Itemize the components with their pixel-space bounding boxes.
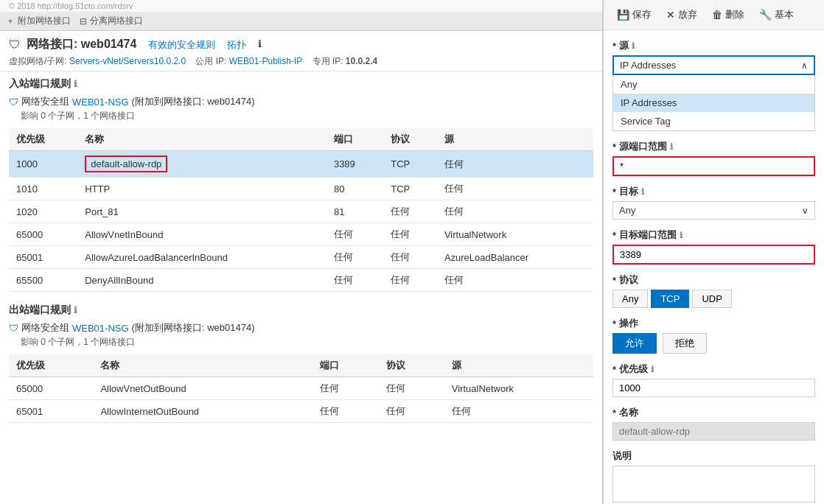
- table-row[interactable]: 1000default-allow-rdp3389TCP任何: [9, 151, 593, 178]
- copyright-bar: © 2018 http://blog.51cto.com/rdsrv: [0, 0, 602, 12]
- table-cell: 任何: [327, 269, 383, 292]
- private-ip-label: 专用 IP:: [313, 56, 343, 66]
- source-option-ip[interactable]: IP Addresses: [613, 94, 814, 112]
- dest-port-info-icon[interactable]: ℹ: [680, 231, 682, 240]
- add-network-interface-btn[interactable]: ＋ 附加网络接口: [6, 15, 71, 27]
- table-cell: 任何: [437, 269, 593, 292]
- inbound-info-icon[interactable]: ℹ: [74, 79, 77, 89]
- destination-label: * 目标 ℹ: [612, 185, 815, 198]
- outbound-nsg-note: 影响 0 个子网，1 个网络接口: [9, 336, 593, 349]
- table-cell: AllowVnetOutBound: [93, 377, 313, 400]
- source-option-any[interactable]: Any: [613, 75, 814, 94]
- out-col-port: 端口: [313, 354, 378, 377]
- outbound-nsg-suffix: (附加到网络接口: web01474): [132, 321, 255, 335]
- source-dropdown-selected[interactable]: IP Addresses: [612, 55, 815, 75]
- page-title-row: 🛡 网络接口: web01474 有效的安全规则 拓扑 ℹ: [9, 37, 593, 52]
- table-cell: 65001: [9, 400, 93, 423]
- inbound-section: 入站端口规则 ℹ 🛡 网络安全组 WEB01-NSG (附加到网络接口: web…: [0, 71, 602, 298]
- table-row[interactable]: 65000AllowVnetInBound任何任何VirtualNetwork: [9, 223, 593, 246]
- name-input[interactable]: [612, 422, 815, 441]
- shield-icon: 🛡: [9, 38, 21, 52]
- delete-button[interactable]: 🗑 删除: [708, 6, 749, 24]
- table-cell: 任何: [313, 377, 378, 400]
- discard-button[interactable]: ✕ 放弃: [662, 6, 702, 24]
- nsg-link[interactable]: WEB01-NSG: [72, 97, 129, 108]
- description-textarea[interactable]: [612, 466, 815, 503]
- public-ip-link[interactable]: WEB01-Publish-IP: [229, 56, 302, 66]
- dest-port-label-text: 目标端口范围: [619, 228, 677, 242]
- table-cell: 65500: [9, 269, 77, 292]
- outbound-table: 优先级 名称 端口 协议 源 65000AllowVnetOutBound任何任…: [9, 354, 593, 423]
- table-cell: 任何: [383, 200, 437, 223]
- outbound-info-icon[interactable]: ℹ: [74, 305, 77, 315]
- source-option-tag[interactable]: Service Tag: [613, 112, 814, 130]
- protocol-required: *: [612, 275, 616, 286]
- discard-label: 放弃: [678, 8, 697, 21]
- action-deny-btn[interactable]: 拒绝: [663, 333, 707, 354]
- delete-label: 删除: [725, 8, 744, 21]
- table-row[interactable]: 65500DenyAllInBound任何任何任何: [9, 269, 593, 292]
- dest-port-group: * 目标端口范围 ℹ: [612, 228, 815, 265]
- topology-link[interactable]: 拓扑: [227, 38, 246, 52]
- table-cell: VirtualNetwork: [444, 377, 593, 400]
- nsg-note-text: 影响 0 个子网，1 个网络接口: [21, 111, 135, 121]
- source-port-info-icon[interactable]: ℹ: [670, 142, 673, 152]
- dest-info-icon[interactable]: ℹ: [641, 187, 644, 197]
- protocol-udp-btn[interactable]: UDP: [692, 290, 731, 308]
- priority-info-icon[interactable]: ℹ: [651, 365, 654, 374]
- destination-dropdown[interactable]: Any: [612, 201, 815, 220]
- name-label-text: 名称: [619, 406, 638, 419]
- protocol-tcp-btn[interactable]: TCP: [651, 290, 689, 308]
- table-row[interactable]: 1020Port_8181任何任何: [9, 200, 593, 223]
- basic-button[interactable]: 🔧 基本: [755, 6, 798, 24]
- dest-port-input[interactable]: [612, 245, 815, 265]
- source-info-icon[interactable]: ℹ: [632, 41, 635, 51]
- source-port-label-text: 源端口范围: [619, 140, 667, 153]
- detach-network-btn-label: 分离网络接口: [90, 15, 143, 27]
- table-row[interactable]: 65000AllowVnetOutBound任何任何VirtualNetwork: [9, 377, 593, 400]
- action-label-text: 操作: [619, 317, 638, 330]
- table-cell: HTTP: [77, 178, 327, 200]
- page-title-links: 有效的安全规则 拓扑 ℹ: [148, 38, 262, 52]
- source-port-input[interactable]: [612, 156, 815, 176]
- right-form: * 源 ℹ IP Addresses Any IP Addresses Serv…: [604, 30, 824, 504]
- source-dropdown[interactable]: IP Addresses Any IP Addresses Service Ta…: [612, 55, 815, 131]
- table-cell: 任何: [327, 246, 383, 269]
- effective-security-rules-link[interactable]: 有效的安全规则: [148, 38, 215, 52]
- protocol-buttons: Any TCP UDP: [612, 290, 815, 308]
- dest-dropdown-value: Any: [619, 205, 635, 216]
- nsg-note: 影响 0 个子网，1 个网络接口: [9, 110, 593, 122]
- table-cell: 任何: [327, 223, 383, 246]
- priority-input[interactable]: [612, 379, 815, 397]
- col-port: 端口: [327, 128, 383, 151]
- subnet-link[interactable]: Servers-vNet/Servers10.0.2.0: [69, 56, 186, 66]
- protocol-any-btn[interactable]: Any: [612, 290, 648, 308]
- table-row[interactable]: 65001AllowInternetOutBound任何任何任何: [9, 400, 593, 423]
- col-protocol: 协议: [383, 128, 437, 151]
- save-button[interactable]: 💾 保存: [612, 6, 656, 24]
- nsg-label: 网络安全组: [21, 95, 69, 108]
- col-priority: 优先级: [9, 128, 77, 151]
- table-row[interactable]: 65001AllowAzureLoadBalancerInBound任何任何Az…: [9, 246, 593, 269]
- inbound-section-title: 入站端口规则 ℹ: [9, 77, 593, 91]
- outbound-nsg-link[interactable]: WEB01-NSG: [72, 323, 129, 334]
- left-panel: © 2018 http://blog.51cto.com/rdsrv ＋ 附加网…: [0, 0, 603, 504]
- table-cell: 65000: [9, 223, 77, 246]
- destination-dropdown-selected[interactable]: Any: [612, 201, 815, 220]
- action-allow-btn[interactable]: 允许: [612, 333, 657, 354]
- right-toolbar: 💾 保存 ✕ 放弃 🗑 删除 🔧 基本: [604, 0, 824, 30]
- delete-icon: 🗑: [712, 9, 722, 21]
- topology-info-icon[interactable]: ℹ: [258, 38, 262, 52]
- add-network-btn-label: 附加网络接口: [18, 15, 71, 27]
- protocol-label: * 协议: [612, 273, 815, 287]
- table-cell: 任何: [379, 400, 444, 423]
- table-cell: TCP: [383, 151, 437, 178]
- inbound-table-header: 优先级 名称 端口 协议 源: [9, 128, 593, 151]
- out-col-name: 名称: [93, 354, 313, 377]
- table-row[interactable]: 1010HTTP80TCP任何: [9, 178, 593, 200]
- table-cell: default-allow-rdp: [77, 151, 327, 178]
- description-label: 说明: [612, 449, 815, 463]
- detach-network-interface-btn[interactable]: ⊟ 分离网络接口: [80, 15, 143, 27]
- table-cell: 任何: [437, 178, 593, 200]
- discard-icon: ✕: [666, 9, 675, 21]
